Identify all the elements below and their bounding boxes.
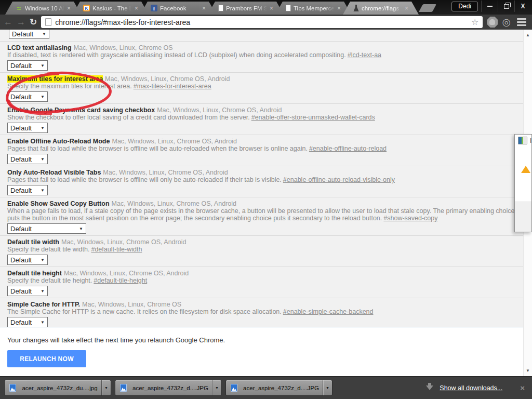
- download-menu-chevron-icon[interactable]: ▼: [323, 380, 332, 395]
- flag-platforms: Mac, Windows, Linux, Chrome OS, Android: [112, 138, 236, 145]
- download-item[interactable]: acer_aspire_4732z_d....JPG ▼: [225, 380, 332, 396]
- download-filename: acer_aspire_4732z_du....jpg: [19, 385, 101, 391]
- flags-page-content: Default LCD text antialiasingMac, Window…: [0, 30, 523, 327]
- flag-title: LCD text antialiasingMac, Windows, Linux…: [7, 44, 515, 51]
- window-controls: X: [481, 0, 531, 12]
- flag-anchor-link[interactable]: #enable-offline-auto-reload: [309, 145, 387, 152]
- flag-entry: Enable Show Saved Copy ButtonMac, Window…: [0, 197, 523, 235]
- image-file-icon: [120, 384, 127, 392]
- tab-close-icon[interactable]: ×: [270, 6, 273, 11]
- menu-icon[interactable]: [515, 18, 528, 26]
- flag-anchor-link[interactable]: #enable-offline-auto-reload-visible-only: [283, 176, 395, 183]
- chrome-window: { "titlebar": { "tabs": [ {"title": "Win…: [0, 0, 532, 399]
- flag-entry: Maximum tiles for interest areaMac, Wind…: [0, 72, 523, 103]
- dialog-titlebar: I: [515, 135, 531, 144]
- bookmark-star-icon[interactable]: ☆: [471, 18, 478, 26]
- image-thumbnail-icon: [518, 137, 527, 144]
- flag-description: Show the checkbox to offer local saving …: [7, 114, 515, 121]
- download-item[interactable]: acer_aspire_4732z_du....jpg ▼: [4, 380, 111, 396]
- relaunch-now-button[interactable]: RELAUNCH NOW: [7, 350, 86, 367]
- downloads-bar: acer_aspire_4732z_du....jpg ▼ acer_aspir…: [0, 376, 532, 399]
- browser-tab[interactable]: Windows 10 All ×: [5, 2, 81, 15]
- flag-anchor-link[interactable]: #default-tile-height: [94, 277, 147, 284]
- flag-default-select[interactable]: Default: [7, 185, 48, 195]
- scroll-up-icon[interactable]: ▲: [524, 33, 532, 37]
- flag-default-select[interactable]: Default: [9, 30, 49, 39]
- flag-title: Simple Cache for HTTP.Mac, Windows, Linu…: [7, 301, 515, 308]
- dialog-title-text: I: [530, 137, 531, 144]
- flag-platforms: Mac, Windows, Linux, Chrome OS, Android: [157, 107, 282, 114]
- flag-default-select[interactable]: Default: [7, 255, 48, 265]
- flag-entry: Only Auto-Reload Visible TabsMac, Window…: [0, 166, 523, 197]
- flag-anchor-link[interactable]: #show-saved-copy: [383, 215, 437, 222]
- flag-anchor-link[interactable]: #max-tiles-for-interest-area: [134, 83, 211, 90]
- background-dialog[interactable]: I: [514, 134, 532, 232]
- minimize-icon: [487, 6, 493, 7]
- tab-close-icon[interactable]: ×: [337, 6, 341, 11]
- flag-description: Pages that fail to load while the browse…: [7, 145, 515, 152]
- download-item[interactable]: acer_aspire_4732z_d....JPG ▼: [115, 380, 222, 396]
- download-menu-chevron-icon[interactable]: ▼: [101, 380, 111, 395]
- show-all-downloads-link[interactable]: Show all downloads...: [440, 384, 502, 392]
- tab-title: Kaskus - The La: [92, 5, 132, 11]
- image-file-icon: [231, 384, 237, 392]
- scroll-down-icon[interactable]: ▼: [524, 368, 532, 373]
- flag-description: Specify the default tile width.#default-…: [7, 246, 515, 253]
- browser-tab[interactable]: Prambors FM S ×: [208, 2, 284, 15]
- flag-anchor-link[interactable]: #enable-simple-cache-backend: [283, 308, 374, 315]
- flag-default-select[interactable]: Default: [7, 123, 48, 133]
- flag-default-select[interactable]: Default: [7, 60, 48, 71]
- tab-title: Windows 10 All: [25, 5, 64, 11]
- flag-platforms: Mac, Windows, Linux, Chrome OS: [74, 44, 173, 51]
- flag-platforms: Mac, Windows, Linux, Chrome OS, Android: [61, 238, 186, 246]
- flag-title: Enable Google Payments card saving check…: [7, 107, 515, 114]
- tab-favicon-icon: [218, 5, 223, 11]
- swirl-extension-icon[interactable]: ◎: [502, 17, 511, 27]
- flag-default-select[interactable]: Default: [7, 91, 48, 102]
- browser-tab[interactable]: chrome://flags ×: [343, 2, 419, 15]
- flag-anchor-link[interactable]: #lcd-text-aa: [348, 51, 381, 59]
- tab-close-icon[interactable]: ×: [135, 6, 138, 11]
- flag-description: When a page fails to load, if a stale co…: [7, 207, 515, 222]
- flag-default-select[interactable]: Default: [7, 154, 48, 164]
- forward-icon[interactable]: →: [17, 18, 25, 26]
- flag-platforms: Mac, Windows, Linux, Chrome OS, Android: [64, 270, 189, 277]
- flag-title: Only Auto-Reload Visible TabsMac, Window…: [7, 169, 515, 176]
- minimize-button[interactable]: [481, 1, 498, 12]
- flag-default-select[interactable]: Default: [7, 223, 86, 234]
- stop-hand-extension-icon[interactable]: [487, 17, 498, 28]
- flag-anchor-link[interactable]: #enable-offer-store-unmasked-wallet-card…: [251, 114, 375, 121]
- warning-triangle-icon: [521, 166, 530, 173]
- reload-icon[interactable]: ↻: [30, 18, 37, 26]
- flag-default-select[interactable]: Default: [7, 317, 48, 327]
- flag-platforms: Mac, Windows, Linux, Chrome OS, Android: [103, 169, 228, 176]
- profile-button[interactable]: Dedi: [451, 2, 478, 11]
- downloads-bar-right: Show all downloads... ×: [426, 384, 532, 392]
- address-bar[interactable]: chrome://flags/#max-tiles-for-interest-a…: [41, 16, 483, 28]
- download-menu-chevron-icon[interactable]: ▼: [212, 380, 221, 395]
- dialog-footer: [515, 202, 531, 232]
- flag-entry: Default tile widthMac, Windows, Linux, C…: [0, 235, 523, 267]
- tab-title: Tips Memperce: [294, 5, 335, 11]
- flag-anchor-link[interactable]: #default-tile-width: [91, 246, 142, 253]
- tab-close-icon[interactable]: ×: [202, 6, 206, 11]
- browser-tab[interactable]: Tips Memperce ×: [275, 2, 351, 15]
- new-tab-button[interactable]: [419, 4, 436, 12]
- browser-tab[interactable]: Kaskus - The La ×: [73, 2, 149, 15]
- tab-close-icon[interactable]: ×: [67, 6, 71, 11]
- relaunch-message: Your changes will take effect the next t…: [7, 336, 225, 344]
- url-text[interactable]: chrome://flags/#max-tiles-for-interest-a…: [55, 18, 468, 26]
- flag-default-select[interactable]: Default: [7, 286, 48, 296]
- flag-description: Specify the default tile height.#default…: [7, 277, 515, 284]
- downloads-bar-close-icon[interactable]: ×: [520, 384, 525, 392]
- flag-title: Maximum tiles for interest areaMac, Wind…: [7, 75, 515, 83]
- flag-title: Default tile widthMac, Windows, Linux, C…: [7, 238, 515, 246]
- flag-entry: LCD text antialiasingMac, Windows, Linux…: [0, 41, 523, 72]
- flag-description: The Simple Cache for HTTP is a new cache…: [7, 308, 515, 315]
- close-button[interactable]: X: [514, 1, 531, 12]
- tab-favicon-icon: [286, 5, 291, 11]
- back-icon[interactable]: ←: [4, 18, 12, 26]
- browser-tab[interactable]: Facebook ×: [140, 2, 216, 15]
- tab-close-icon[interactable]: ×: [405, 6, 408, 11]
- restore-button[interactable]: [498, 1, 514, 12]
